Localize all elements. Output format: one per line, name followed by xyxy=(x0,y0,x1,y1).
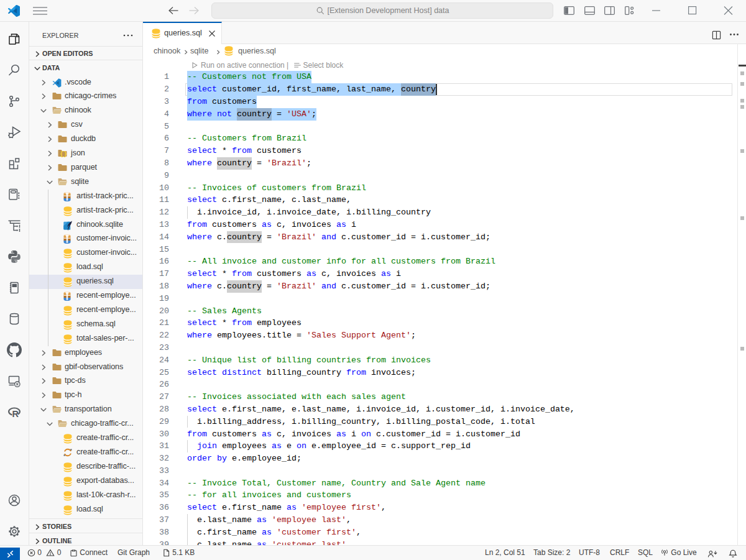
svg-text:R: R xyxy=(12,409,19,419)
svg-text:{}: {} xyxy=(60,151,67,157)
